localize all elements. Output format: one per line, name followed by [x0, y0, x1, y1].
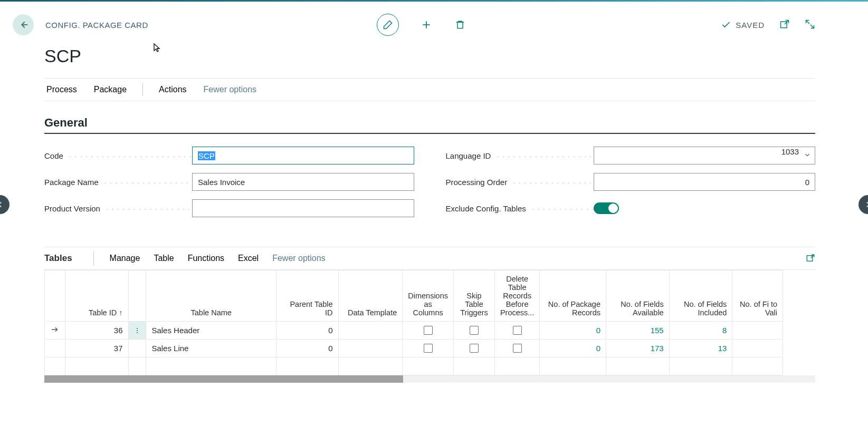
checkbox-delete-records[interactable]: [513, 326, 522, 335]
svg-point-11: [137, 327, 138, 328]
checkbox-delete-records[interactable]: [513, 344, 522, 353]
section-title-general: General: [44, 116, 815, 134]
check-icon: [721, 20, 731, 30]
breadcrumb: CONFIG. PACKAGE CARD: [45, 21, 148, 30]
cell-table-id[interactable]: 37: [65, 340, 129, 357]
tables-tab-manage[interactable]: Manage: [110, 254, 140, 263]
checkbox-skip-triggers[interactable]: [470, 326, 479, 335]
checkbox-dimensions[interactable]: [424, 326, 433, 335]
label-product-version: Product Version: [44, 204, 192, 213]
cell-package-records[interactable]: 0: [596, 326, 600, 335]
open-external-icon: [779, 19, 790, 30]
tab-actions[interactable]: Actions: [158, 85, 187, 94]
label-processing-order: Processing Order: [446, 178, 594, 187]
svg-rect-8: [807, 256, 813, 262]
chevron-left-icon: [0, 200, 5, 209]
collapse-icon: [805, 19, 815, 30]
label-language-id: Language ID: [446, 151, 594, 160]
more-vertical-icon: [133, 326, 141, 335]
action-bar: Process Package Actions Fewer options: [44, 78, 815, 101]
cell-table-name[interactable]: Sales Header: [146, 322, 276, 340]
cell-fields-available[interactable]: 155: [651, 326, 664, 335]
general-form: Code SCP Language ID 1033 Package Name P…: [44, 147, 815, 217]
product-version-field[interactable]: [192, 199, 414, 217]
tables-tab-functions[interactable]: Functions: [188, 254, 224, 263]
edit-button[interactable]: [377, 14, 399, 36]
maximize-subpage-button[interactable]: [806, 254, 815, 265]
tables-action-bar: Tables Manage Table Functions Excel Fewe…: [44, 247, 815, 270]
cell-parent-table-id[interactable]: 0: [276, 322, 339, 340]
col-no-fields-validate[interactable]: No. of Fi to Vali: [732, 270, 783, 322]
tables-separator: [93, 251, 94, 266]
svg-line-6: [806, 20, 810, 24]
table-row-empty[interactable]: [45, 357, 783, 375]
chevron-right-icon: [863, 200, 868, 209]
row-indicator-icon: [50, 327, 60, 336]
table-row[interactable]: 37 Sales Line 0 0 173 13: [45, 340, 783, 357]
package-name-field[interactable]: [192, 173, 414, 191]
col-no-fields-included[interactable]: No. of Fields Included: [669, 270, 732, 322]
delete-button[interactable]: [454, 18, 466, 31]
checkbox-dimensions[interactable]: [424, 344, 433, 353]
code-field[interactable]: SCP: [192, 147, 414, 164]
processing-order-field[interactable]: [594, 173, 816, 191]
tables-grid: Table ID ↑ Table Name Parent Table ID Da…: [44, 270, 783, 375]
cell-data-template[interactable]: [338, 322, 403, 340]
cell-fields-included[interactable]: 13: [718, 344, 727, 353]
trash-icon: [455, 20, 465, 30]
svg-point-13: [137, 332, 138, 333]
section-title-tables: Tables: [44, 253, 78, 264]
col-data-template[interactable]: Data Template: [338, 270, 403, 322]
expand-icon: [806, 254, 815, 263]
col-dimensions-as-columns[interactable]: Dimensions as Columns: [403, 270, 454, 322]
col-parent-table-id[interactable]: Parent Table ID: [276, 270, 339, 322]
col-delete-records[interactable]: Delete Table Records Before Process...: [494, 270, 539, 322]
svg-rect-3: [457, 22, 463, 28]
exclude-config-tables-toggle[interactable]: [594, 202, 619, 214]
tables-tab-excel[interactable]: Excel: [238, 254, 259, 263]
col-table-name[interactable]: Table Name: [146, 270, 276, 322]
cell-fields-available[interactable]: 173: [651, 344, 664, 353]
col-no-fields-available[interactable]: No. of Fields Available: [606, 270, 670, 322]
col-table-id[interactable]: Table ID ↑: [65, 270, 129, 322]
cell-parent-table-id[interactable]: 0: [276, 340, 339, 357]
table-header-row: Table ID ↑ Table Name Parent Table ID Da…: [45, 270, 783, 322]
row-menu-button[interactable]: [129, 322, 146, 339]
open-new-window-button[interactable]: [779, 19, 790, 31]
col-no-package-records[interactable]: No. of Package Records: [540, 270, 606, 322]
tab-separator: [142, 83, 143, 96]
horizontal-scrollbar[interactable]: [44, 375, 815, 383]
back-button[interactable]: [13, 14, 34, 35]
svg-point-12: [137, 330, 138, 331]
label-exclude-config-tables: Exclude Config. Tables: [446, 204, 594, 213]
tab-process[interactable]: Process: [45, 85, 78, 94]
arrow-left-icon: [17, 19, 29, 31]
tab-package[interactable]: Package: [93, 85, 128, 94]
language-id-select[interactable]: 1033: [594, 147, 816, 164]
label-code: Code: [44, 151, 192, 160]
saved-status: SAVED: [721, 20, 765, 30]
pencil-icon: [383, 20, 393, 30]
cell-package-records[interactable]: 0: [596, 344, 600, 353]
label-package-name: Package Name: [44, 178, 192, 187]
tab-fewer-options[interactable]: Fewer options: [203, 85, 258, 94]
cell-table-name[interactable]: Sales Line: [146, 340, 276, 357]
collapse-button[interactable]: [805, 19, 815, 31]
svg-line-7: [810, 24, 814, 28]
cell-table-id[interactable]: 36: [65, 322, 129, 340]
table-row[interactable]: 36 Sales Header 0 0 155 8: [45, 322, 783, 340]
tables-tab-fewer[interactable]: Fewer options: [272, 254, 326, 263]
plus-icon: [421, 20, 432, 30]
col-skip-table-triggers[interactable]: Skip Table Triggers: [454, 270, 495, 322]
tables-tab-table[interactable]: Table: [154, 254, 174, 263]
new-button[interactable]: [420, 18, 433, 31]
cursor-icon: [153, 43, 161, 54]
cell-data-template[interactable]: [338, 340, 403, 357]
checkbox-skip-triggers[interactable]: [470, 344, 479, 353]
cell-fields-included[interactable]: 8: [722, 326, 727, 335]
